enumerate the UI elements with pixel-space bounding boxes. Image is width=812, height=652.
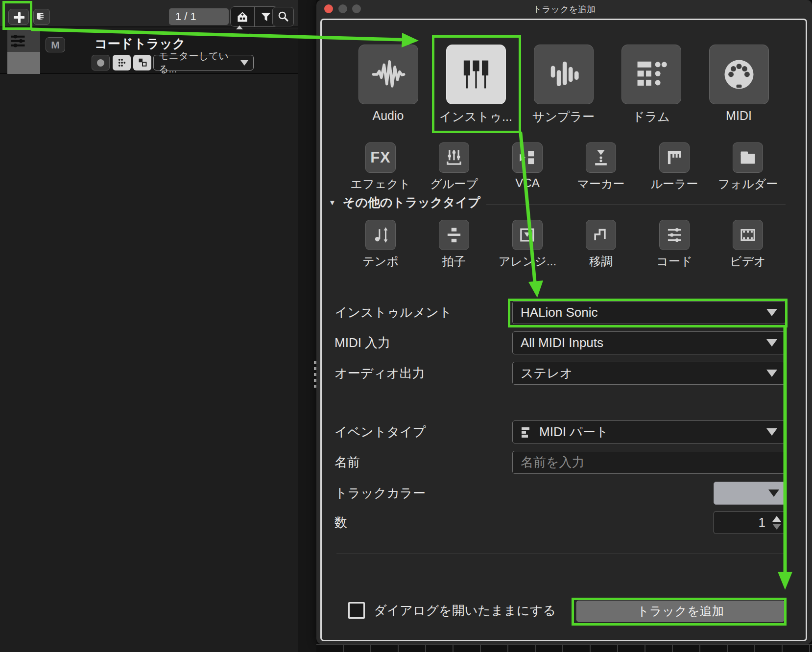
track-list-icon bbox=[9, 32, 27, 50]
chevron-down-icon bbox=[766, 428, 777, 436]
popup-notch-icon bbox=[236, 25, 243, 29]
chevron-down-icon bbox=[766, 370, 777, 377]
project-left-zone: 1 / 1 bbox=[0, 0, 298, 652]
track-count-stepper[interactable]: 1 bbox=[714, 511, 786, 534]
section-title: その他のトラックタイプ bbox=[343, 194, 480, 210]
monitored-tracks-dropdown[interactable]: モニターしている... bbox=[153, 55, 254, 70]
piano-keys-icon bbox=[459, 57, 493, 92]
plus-icon bbox=[18, 12, 21, 23]
track-type-row-utility: FX エフェクト グループ bbox=[344, 142, 785, 192]
tempo-note-icon bbox=[370, 225, 391, 245]
instrument-label: インストゥルメント bbox=[334, 301, 452, 324]
folder-icon bbox=[738, 147, 758, 168]
dialog-titlebar[interactable]: トラックを追加 bbox=[316, 0, 812, 19]
ruler-icon bbox=[664, 147, 685, 168]
sampler-bars-icon bbox=[547, 57, 581, 92]
track-type-ruler[interactable]: ルーラー bbox=[638, 142, 711, 192]
track-type-transpose[interactable]: 移調 bbox=[564, 220, 638, 269]
track-list-toolbar: 1 / 1 bbox=[0, 0, 298, 27]
arranger-icon bbox=[517, 225, 538, 245]
chord-sliders-icon bbox=[664, 225, 685, 245]
track-color-dropdown[interactable] bbox=[714, 482, 786, 505]
track-type-tempo[interactable]: テンポ bbox=[344, 220, 417, 269]
chevron-down-icon bbox=[766, 339, 777, 347]
track-type-group[interactable]: グループ bbox=[417, 142, 491, 192]
dots-grid-icon bbox=[116, 57, 128, 69]
keep-dialog-open-label: ダイアログを開いたままにする bbox=[374, 602, 556, 619]
chord-track-row[interactable]: M コードトラック モニターしている... bbox=[0, 29, 298, 74]
chevron-down-icon bbox=[768, 489, 779, 497]
chord-follow-button[interactable] bbox=[133, 55, 151, 70]
dialog-title: トラックを追加 bbox=[316, 3, 812, 15]
name-label: 名前 bbox=[334, 451, 360, 474]
background-ruler bbox=[316, 644, 812, 652]
event-type-label: イベントタイプ bbox=[334, 420, 426, 443]
midi-part-icon bbox=[521, 426, 533, 439]
mute-button[interactable]: M bbox=[46, 37, 65, 52]
search-tracks-button[interactable] bbox=[272, 7, 294, 26]
stepper-down-icon[interactable] bbox=[772, 524, 781, 530]
transpose-steps-icon bbox=[591, 225, 611, 245]
track-type-row-other: テンポ 拍子 アレンジ... bbox=[344, 220, 785, 269]
section-divider bbox=[486, 205, 786, 205]
add-track-dialog: トラックを追加 Audio bbox=[316, 0, 812, 644]
track-type-audio[interactable]: Audio bbox=[344, 45, 432, 125]
dialog-content: Audio インストゥ... bbox=[320, 19, 807, 641]
record-dot-icon bbox=[97, 59, 104, 67]
house-icon bbox=[236, 10, 249, 23]
add-track-button[interactable] bbox=[8, 9, 29, 25]
track-type-vca[interactable]: VCA bbox=[491, 142, 564, 192]
track-type-marker[interactable]: マーカー bbox=[564, 142, 638, 192]
chevron-down-icon bbox=[240, 60, 248, 66]
record-enable-button[interactable] bbox=[92, 55, 110, 70]
fx-icon: FX bbox=[370, 149, 391, 166]
midi-input-label: MIDI 入力 bbox=[334, 331, 390, 354]
track-type-drum[interactable]: ドラム bbox=[607, 45, 695, 125]
midi-input-monitor-button[interactable] bbox=[113, 55, 131, 70]
stepper-up-icon[interactable] bbox=[772, 516, 781, 522]
track-type-video[interactable]: ビデオ bbox=[711, 220, 785, 269]
midi-input-dropdown[interactable]: All MIDI Inputs bbox=[512, 331, 786, 354]
track-preset-icon bbox=[35, 11, 48, 23]
group-faders-icon bbox=[444, 147, 464, 168]
track-type-instrument[interactable]: インストゥ... bbox=[432, 45, 520, 125]
track-gutter bbox=[7, 29, 40, 74]
track-type-arranger[interactable]: アレンジ... bbox=[491, 220, 564, 269]
track-type-midi[interactable]: MIDI bbox=[695, 45, 783, 125]
instrument-dropdown[interactable]: HALion Sonic bbox=[512, 301, 786, 324]
name-input[interactable]: 名前を入力 bbox=[512, 451, 786, 474]
linked-squares-icon bbox=[137, 57, 148, 69]
midi-din-icon bbox=[722, 57, 756, 92]
drum-machine-icon bbox=[634, 57, 669, 92]
track-type-sampler[interactable]: サンプラー bbox=[520, 45, 607, 125]
track-type-chord[interactable]: コード bbox=[638, 220, 711, 269]
track-color-strip bbox=[7, 52, 40, 74]
stepper-arrows[interactable] bbox=[772, 516, 781, 530]
footer-divider bbox=[336, 554, 786, 554]
marker-icon bbox=[591, 147, 611, 168]
track-type-effect[interactable]: FX エフェクト bbox=[344, 142, 417, 192]
count-label: 数 bbox=[334, 511, 347, 534]
track-type-folder[interactable]: フォルダー bbox=[711, 142, 785, 192]
event-type-dropdown[interactable]: MIDI パート bbox=[512, 420, 786, 443]
track-type-time-signature[interactable]: 拍子 bbox=[417, 220, 491, 269]
time-signature-icon bbox=[444, 225, 464, 245]
panel-edge-strip bbox=[298, 0, 316, 652]
visibility-agent-button[interactable] bbox=[231, 7, 254, 26]
keep-dialog-open-checkbox[interactable] bbox=[348, 602, 365, 619]
visible-track-count: 1 / 1 bbox=[169, 8, 229, 25]
audio-waveform-icon bbox=[371, 57, 406, 92]
visibility-button-group bbox=[230, 6, 278, 27]
other-track-types-header[interactable]: ▼ その他のトラックタイプ bbox=[329, 194, 480, 210]
chevron-down-icon bbox=[766, 309, 777, 316]
vca-fader-icon bbox=[517, 147, 538, 168]
track-color-label: トラックカラー bbox=[334, 482, 426, 505]
count-value: 1 bbox=[759, 515, 765, 530]
search-icon bbox=[277, 10, 289, 23]
audio-output-label: オーディオ出力 bbox=[334, 362, 425, 385]
audio-output-dropdown[interactable]: ステレオ bbox=[512, 362, 786, 385]
track-type-row-main: Audio インストゥ... bbox=[344, 45, 783, 125]
add-track-confirm-button[interactable]: トラックを追加 bbox=[576, 601, 785, 622]
collapse-triangle-icon: ▼ bbox=[329, 198, 336, 207]
track-preset-button[interactable] bbox=[33, 9, 50, 25]
